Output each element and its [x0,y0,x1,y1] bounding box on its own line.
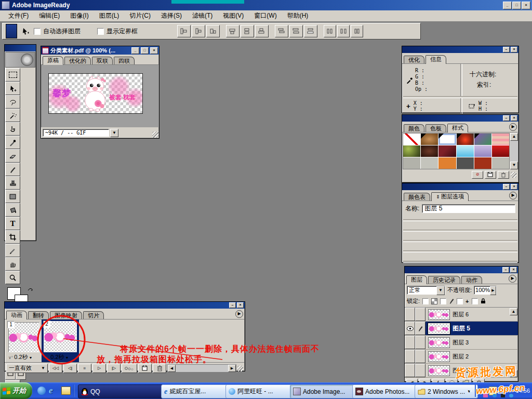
panel-close-button[interactable]: × [510,267,517,273]
distribute-top-button[interactable] [275,25,288,37]
tab-original[interactable]: 原稿 [43,56,63,65]
visibility-toggle[interactable] [405,336,415,349]
panel-minimize-button[interactable]: – [503,115,510,121]
tab-rollover[interactable]: 翻转 [28,311,49,319]
menu-filter[interactable]: 滤镜(T) [187,10,218,21]
status-dropdown-button[interactable]: ▼ [110,129,118,137]
document-titlebar[interactable]: 分类素材.pdf @ 100% (... _ □ × [41,46,159,55]
tab-animation[interactable]: 动画 [6,311,27,320]
panel-minimize-button[interactable]: – [503,184,510,190]
styles-panel-titlebar[interactable]: – × [402,115,518,122]
slice-tool[interactable] [5,244,20,257]
style-item[interactable] [457,134,474,145]
tab-4up[interactable]: 四联 [114,57,135,64]
align-right-button[interactable] [206,25,220,37]
swap-colors-icon[interactable] [27,286,33,292]
style-none[interactable] [403,134,420,145]
menu-select[interactable]: 选择(S) [156,10,187,21]
rect-marquee-tool[interactable] [5,68,20,82]
toolbox-titlebar[interactable] [5,45,36,51]
quicklaunch-msn-icon[interactable] [37,387,46,395]
tab-color-table[interactable]: 颜色表 [404,193,430,201]
shape-tool[interactable] [5,190,20,203]
doc-close-button[interactable]: × [150,47,158,54]
eyedropper-tool[interactable] [5,136,20,149]
link-toggle[interactable] [415,336,425,349]
loop-select[interactable]: 一直有效▼ [6,364,48,373]
quicklaunch-outlook-icon[interactable] [61,387,71,395]
tab-layers[interactable]: 图层 [406,275,427,284]
frames-scrollbar[interactable]: ◀▶ [167,364,236,373]
document-canvas[interactable]: 馨梦 被套 枕套 [41,65,159,127]
scroll-right-button[interactable]: ▶ [228,365,236,372]
task-aliwangwang[interactable]: 阿里旺旺 - ... [225,384,294,398]
layers-scroll-up[interactable]: ▲ [510,308,517,315]
style-item[interactable] [438,157,456,169]
close-button[interactable]: × [522,2,530,9]
app-titlebar[interactable]: Adobe ImageReady _ □ × [0,0,532,10]
panel-close-button[interactable]: × [511,47,517,52]
panel-menu-button[interactable]: ▶ [235,310,243,318]
menu-image[interactable]: 图像(I) [65,10,94,21]
link-toggle[interactable] [415,322,425,335]
frame-delay[interactable]: ∨° 0.2秒 ▼ [45,353,69,361]
doc-maximize-button[interactable]: □ [141,47,149,54]
start-button[interactable]: 开始 [0,382,32,399]
style-item[interactable] [474,145,491,157]
tab-slice[interactable]: 切片 [83,311,104,319]
blend-dropdown-arrow[interactable]: ▼ [436,286,445,295]
layer-row[interactable]: 图层 6 [405,308,518,322]
tray-collapse-chevron[interactable]: « [469,387,472,393]
lock-transparency-checkbox[interactable] [422,298,429,304]
style-item[interactable] [492,157,509,169]
panel-minimize-button[interactable]: – [502,267,509,273]
magic-wand-tool[interactable] [5,109,20,122]
layer-name-input[interactable] [422,204,515,213]
opacity-arrow[interactable]: ▶ [490,286,496,295]
scroll-down-button[interactable]: ▼ [510,162,518,169]
styles-scrollbar[interactable]: ▲ ▼ [510,133,518,169]
style-item[interactable] [492,134,509,145]
blend-mode-select[interactable]: 正常▼ [407,286,445,295]
resize-grip[interactable] [152,131,158,138]
tray-icon-4[interactable] [509,394,513,397]
panel-minimize-button[interactable]: – [503,47,510,52]
task-photoshop[interactable]: Adobe Photos... [352,384,419,398]
auto-select-layer-option[interactable]: 自动选择图层 [34,27,81,36]
visibility-toggle[interactable] [405,308,415,321]
distribute-right-button[interactable] [351,25,363,37]
distribute-left-button[interactable] [324,25,336,37]
tab-2up[interactable]: 双联 [92,57,113,64]
link-toggle[interactable] [415,364,425,377]
layer-options-titlebar[interactable]: – × [402,183,518,190]
visibility-toggle[interactable] [405,350,415,363]
paintbrush-tool[interactable] [5,163,20,176]
clear-style-button[interactable]: ⊘ [472,171,483,179]
type-tool[interactable]: T [5,217,20,230]
show-bounding-box-option[interactable]: 显示定界框 [97,27,138,36]
style-item[interactable] [421,157,438,169]
distribute-bottom-button[interactable] [304,25,317,37]
menu-help[interactable]: 帮助(H) [282,10,314,21]
opacity-field[interactable]: 100%▶ [474,286,497,295]
resize-grip[interactable] [237,366,243,371]
menu-view[interactable]: 视图(V) [218,10,249,21]
distribute-hcenter-button[interactable] [337,25,350,37]
align-left-button[interactable] [177,25,191,37]
menu-window[interactable]: 窗口(W) [249,10,282,21]
minimize-button[interactable]: _ [503,2,512,9]
lock-position-checkbox[interactable] [457,298,463,304]
hand-tool[interactable] [5,257,20,271]
layer-row-selected[interactable]: 图层 5 [405,322,518,336]
scroll-left-button[interactable]: ◀ [168,365,176,372]
panel-menu-button[interactable]: ▶ [509,275,516,283]
scroll-up-button[interactable]: ▲ [510,133,518,141]
panel-close-button[interactable]: × [237,302,244,308]
style-item[interactable] [474,134,491,145]
link-toggle[interactable] [415,308,425,321]
style-item[interactable] [474,157,491,169]
style-item[interactable] [421,145,438,157]
style-item[interactable] [438,145,456,157]
task-imageready[interactable]: Adobe Image... [290,384,356,398]
frame-1[interactable]: 1 ∨° 0.2秒 ▼ [7,321,41,362]
